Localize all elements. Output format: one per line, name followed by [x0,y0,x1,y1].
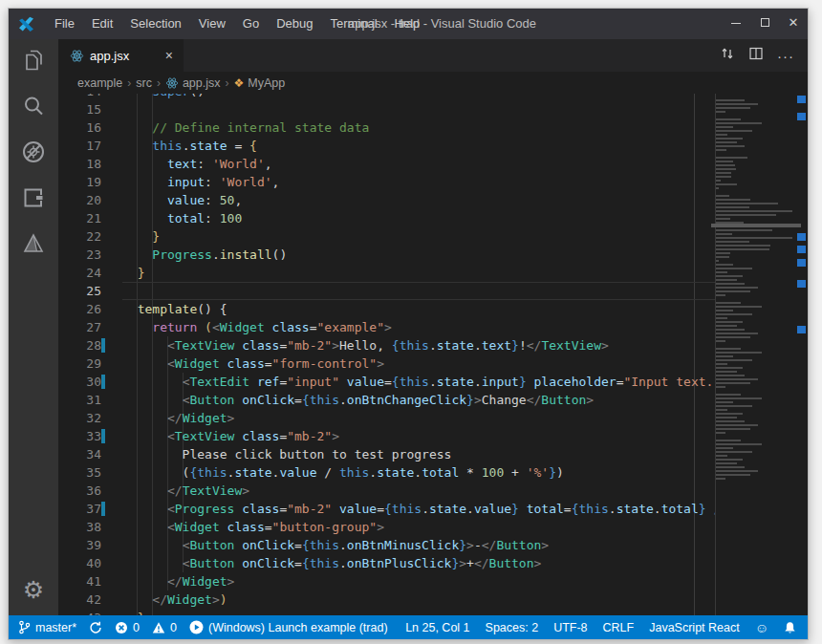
line-number[interactable]: 18 [58,155,122,173]
breadcrumb-item-example[interactable]: example [77,76,122,90]
status-git-sync[interactable] [89,621,102,634]
line-number[interactable]: 35 [58,463,122,482]
line-number[interactable]: 26 [58,300,122,318]
code-line-42[interactable]: 42 </Widget>) [58,590,715,609]
line-number[interactable]: 24 [58,264,122,282]
status-launch-config[interactable]: (Windows) Launch example (trad) [189,620,388,634]
line-number[interactable]: 33 [58,427,122,445]
line-number[interactable]: 25 [58,282,122,300]
line-number[interactable]: 23 [58,246,122,264]
menu-go[interactable]: Go [234,9,268,39]
tab-app-jsx[interactable]: app.jsx × [58,39,184,72]
minimize-button[interactable] [722,9,750,39]
line-number[interactable]: 17 [58,137,122,155]
code-line-20[interactable]: 20 value: 50, [58,191,715,209]
line-number[interactable]: 32 [58,409,122,427]
code-line-18[interactable]: 18 text: 'World', [58,155,715,173]
code-line-26[interactable]: 26 template() { [58,300,715,318]
code-line-36[interactable]: 36 </TextView> [58,482,715,500]
tab-close-icon[interactable]: × [162,48,176,63]
line-number[interactable]: 37 [58,500,122,518]
breadcrumb-item-app-jsx[interactable]: app.jsx [165,76,221,90]
code-line-17[interactable]: 17 this.state = { [58,137,715,155]
line-number[interactable]: 14 [58,94,122,100]
activity-extensions[interactable] [9,177,58,223]
code-line-35[interactable]: 35 ({this.state.value / this.state.total… [58,463,715,482]
status-warnings[interactable]: 0 [152,621,177,634]
code-line-22[interactable]: 22 } [58,227,715,246]
status-git-branch[interactable]: master* [18,620,76,634]
minimap[interactable] [716,99,794,482]
line-number[interactable]: 29 [58,354,122,373]
line-number[interactable]: 28 [58,336,122,354]
code-line-25[interactable]: 25 [58,282,715,300]
open-changes-button[interactable] [720,46,735,65]
code-editor[interactable]: 14 super()1516 // Define internal state … [58,94,808,615]
status-encoding[interactable]: UTF-8 [553,621,587,634]
code-line-39[interactable]: 39 <Button onClick={this.onBtnMinusClick… [58,536,715,554]
status-eol[interactable]: CRLF [603,621,635,634]
code-line-37[interactable]: 37 <Progress class="mb-2" value={this.st… [58,500,715,518]
menu-selection[interactable]: Selection [121,9,189,39]
maximize-button[interactable] [750,9,779,39]
code-line-16[interactable]: 16 // Define internal state data [58,118,715,137]
activity-explorer[interactable] [9,39,58,85]
line-number[interactable]: 20 [58,191,122,209]
code-line-40[interactable]: 40 <Button onClick={this.onBtnPlusClick}… [58,554,715,572]
status-language-mode[interactable]: JavaScript React [649,621,739,634]
overview-ruler[interactable] [794,94,808,615]
close-button[interactable]: ✕ [779,9,808,39]
line-number[interactable]: 15 [58,100,122,118]
minimap-slider[interactable] [711,224,801,227]
code-line-41[interactable]: 41 </Widget> [58,572,715,590]
line-number[interactable]: 39 [58,536,122,554]
line-number[interactable]: 30 [58,373,122,391]
breadcrumb-item-myapp[interactable]: ❖MyApp [234,76,286,90]
line-number[interactable]: 21 [58,209,122,227]
activity-debug[interactable] [9,131,58,177]
line-number[interactable]: 31 [58,391,122,409]
status-feedback[interactable]: ☺ [755,620,768,635]
code-line-33[interactable]: 33 <TextView class="mb-2"> [58,427,715,445]
status-notifications[interactable] [784,621,796,634]
code-line-28[interactable]: 28 <TextView class="mb-2">Hello, {this.s… [58,336,715,354]
status-errors[interactable]: 0 [115,621,140,634]
code-line-29[interactable]: 29 <Widget class="form-control"> [58,354,715,373]
split-editor-button[interactable] [748,46,764,65]
code-line-38[interactable]: 38 <Widget class="button-group"> [58,518,715,536]
code-line-34[interactable]: 34 Please click button to test progress [58,445,715,463]
menu-view[interactable]: View [190,9,234,39]
line-number[interactable]: 40 [58,554,122,572]
code-line-23[interactable]: 23 Progress.install() [58,246,715,264]
line-number[interactable]: 19 [58,173,122,191]
code-line-31[interactable]: 31 <Button onClick={this.onBtnChangeClic… [58,391,715,409]
line-number[interactable]: 34 [58,445,122,463]
line-number[interactable]: 22 [58,227,122,246]
activity-custom-extension[interactable] [9,223,58,268]
more-actions-button[interactable]: ··· [777,48,794,64]
code-lines[interactable]: 14 super()1516 // Define internal state … [58,94,715,615]
code-line-14[interactable]: 14 super() [58,94,715,100]
settings-gear-button[interactable]: ⚙ [9,576,58,604]
code-line-43[interactable]: 43 } [58,609,715,615]
line-number[interactable]: 41 [58,572,122,590]
status-indentation[interactable]: Spaces: 2 [486,621,539,634]
line-number[interactable]: 27 [58,318,122,336]
code-line-30[interactable]: 30 <TextEdit ref="input" value={this.sta… [58,373,715,391]
line-number[interactable]: 36 [58,482,122,500]
code-line-19[interactable]: 19 input: 'World', [58,173,715,191]
menu-edit[interactable]: Edit [83,9,121,39]
menu-file[interactable]: File [46,9,83,39]
status-cursor-position[interactable]: Ln 25, Col 1 [405,621,469,634]
line-number[interactable]: 43 [58,609,122,615]
code-line-27[interactable]: 27 return (<Widget class="example"> [58,318,715,336]
code-line-15[interactable]: 15 [58,100,715,118]
line-number[interactable]: 16 [58,118,122,137]
code-line-32[interactable]: 32 </Widget> [58,409,715,427]
line-number[interactable]: 42 [58,590,122,609]
line-number[interactable]: 38 [58,518,122,536]
breadcrumb-item-src[interactable]: src [136,76,152,90]
menu-debug[interactable]: Debug [268,9,321,39]
code-line-24[interactable]: 24 } [58,264,715,282]
code-line-21[interactable]: 21 total: 100 [58,209,715,227]
